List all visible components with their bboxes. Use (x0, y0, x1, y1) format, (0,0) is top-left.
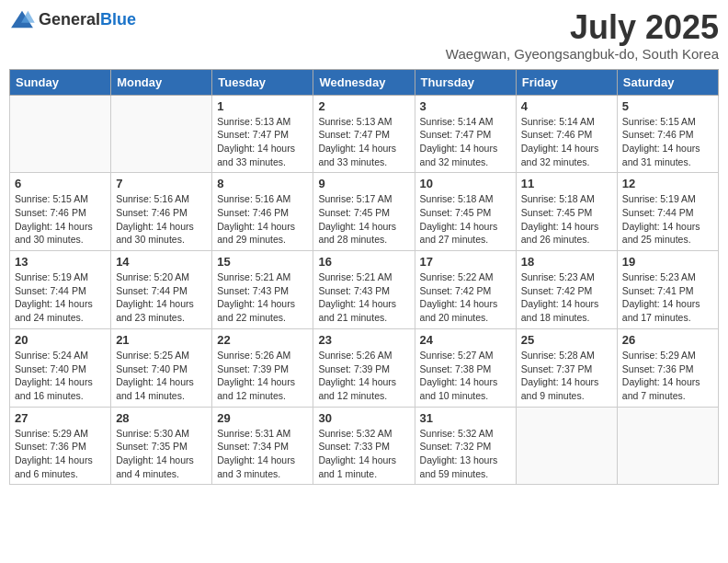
calendar-cell: 27Sunrise: 5:29 AMSunset: 7:36 PMDayligh… (10, 407, 111, 485)
day-number: 8 (217, 177, 308, 190)
calendar-cell: 14Sunrise: 5:20 AMSunset: 7:44 PMDayligh… (111, 251, 212, 329)
day-number: 12 (622, 177, 713, 190)
day-number: 19 (622, 255, 713, 269)
cell-details: Sunrise: 5:30 AMSunset: 7:35 PMDaylight:… (116, 427, 207, 481)
calendar-cell: 26Sunrise: 5:29 AMSunset: 7:36 PMDayligh… (617, 328, 718, 407)
day-number: 10 (420, 177, 511, 190)
cell-details: Sunrise: 5:23 AMSunset: 7:42 PMDaylight:… (521, 270, 612, 325)
page-header: GeneralBlue July 2025 Waegwan, Gyeongsan… (9, 9, 719, 62)
column-header-thursday: Thursday (415, 69, 516, 95)
day-number: 2 (318, 99, 409, 113)
cell-details: Sunrise: 5:18 AMSunset: 7:45 PMDaylight:… (420, 192, 511, 247)
calendar-cell: 2Sunrise: 5:13 AMSunset: 7:47 PMDaylight… (313, 95, 415, 173)
day-number: 26 (622, 333, 713, 347)
calendar-cell: 6Sunrise: 5:15 AMSunset: 7:46 PMDaylight… (10, 173, 111, 251)
calendar-cell: 13Sunrise: 5:19 AMSunset: 7:44 PMDayligh… (10, 251, 111, 329)
cell-details: Sunrise: 5:14 AMSunset: 7:47 PMDaylight:… (420, 115, 511, 169)
day-number: 11 (521, 177, 612, 190)
calendar-cell: 22Sunrise: 5:26 AMSunset: 7:39 PMDayligh… (212, 328, 313, 407)
cell-details: Sunrise: 5:15 AMSunset: 7:46 PMDaylight:… (622, 115, 713, 169)
cell-details: Sunrise: 5:26 AMSunset: 7:39 PMDaylight:… (318, 349, 409, 403)
calendar-cell (10, 95, 111, 173)
day-number: 6 (15, 177, 106, 190)
calendar-cell (617, 407, 718, 485)
day-number: 1 (217, 99, 308, 113)
cell-details: Sunrise: 5:32 AMSunset: 7:33 PMDaylight:… (318, 427, 409, 481)
day-number: 16 (318, 255, 409, 269)
calendar-week-row: 20Sunrise: 5:24 AMSunset: 7:40 PMDayligh… (10, 328, 719, 407)
title-area: July 2025 Waegwan, Gyeongsangbuk-do, Sou… (446, 9, 719, 62)
column-header-monday: Monday (111, 69, 212, 95)
day-number: 21 (116, 333, 207, 347)
day-number: 20 (15, 333, 106, 347)
calendar-cell: 21Sunrise: 5:25 AMSunset: 7:40 PMDayligh… (111, 328, 212, 407)
calendar-cell: 25Sunrise: 5:28 AMSunset: 7:37 PMDayligh… (516, 328, 617, 407)
day-number: 5 (622, 99, 713, 113)
calendar-cell: 18Sunrise: 5:23 AMSunset: 7:42 PMDayligh… (516, 251, 617, 329)
day-number: 30 (318, 411, 409, 425)
day-number: 25 (521, 333, 612, 347)
calendar-week-row: 1Sunrise: 5:13 AMSunset: 7:47 PMDaylight… (10, 95, 719, 173)
day-number: 4 (521, 99, 612, 113)
location-subtitle: Waegwan, Gyeongsangbuk-do, South Korea (446, 46, 719, 62)
cell-details: Sunrise: 5:26 AMSunset: 7:39 PMDaylight:… (217, 349, 308, 403)
logo-blue: Blue (100, 10, 136, 29)
calendar-week-row: 13Sunrise: 5:19 AMSunset: 7:44 PMDayligh… (10, 251, 719, 329)
day-number: 13 (15, 255, 106, 269)
cell-details: Sunrise: 5:25 AMSunset: 7:40 PMDaylight:… (116, 349, 207, 403)
calendar-cell: 4Sunrise: 5:14 AMSunset: 7:46 PMDaylight… (516, 95, 617, 173)
cell-details: Sunrise: 5:19 AMSunset: 7:44 PMDaylight:… (15, 270, 106, 325)
logo-general: General (39, 10, 100, 29)
calendar-week-row: 27Sunrise: 5:29 AMSunset: 7:36 PMDayligh… (10, 407, 719, 485)
calendar-cell (516, 407, 617, 485)
day-number: 31 (420, 411, 511, 425)
calendar-cell: 10Sunrise: 5:18 AMSunset: 7:45 PMDayligh… (415, 173, 516, 251)
calendar-cell: 30Sunrise: 5:32 AMSunset: 7:33 PMDayligh… (313, 407, 415, 485)
cell-details: Sunrise: 5:19 AMSunset: 7:44 PMDaylight:… (622, 192, 713, 247)
day-number: 28 (116, 411, 207, 425)
calendar-cell: 7Sunrise: 5:16 AMSunset: 7:46 PMDaylight… (111, 173, 212, 251)
calendar-cell (111, 95, 212, 173)
cell-details: Sunrise: 5:32 AMSunset: 7:32 PMDaylight:… (420, 427, 511, 481)
cell-details: Sunrise: 5:13 AMSunset: 7:47 PMDaylight:… (318, 115, 409, 169)
column-header-tuesday: Tuesday (212, 69, 313, 95)
day-number: 22 (217, 333, 308, 347)
calendar-cell: 17Sunrise: 5:22 AMSunset: 7:42 PMDayligh… (415, 251, 516, 329)
cell-details: Sunrise: 5:28 AMSunset: 7:37 PMDaylight:… (521, 349, 612, 403)
cell-details: Sunrise: 5:29 AMSunset: 7:36 PMDaylight:… (622, 349, 713, 403)
cell-details: Sunrise: 5:20 AMSunset: 7:44 PMDaylight:… (116, 270, 207, 325)
day-number: 15 (217, 255, 308, 269)
cell-details: Sunrise: 5:23 AMSunset: 7:41 PMDaylight:… (622, 270, 713, 325)
day-number: 9 (318, 177, 409, 190)
calendar-cell: 3Sunrise: 5:14 AMSunset: 7:47 PMDaylight… (415, 95, 516, 173)
cell-details: Sunrise: 5:16 AMSunset: 7:46 PMDaylight:… (116, 192, 207, 247)
calendar-cell: 24Sunrise: 5:27 AMSunset: 7:38 PMDayligh… (415, 328, 516, 407)
calendar-cell: 8Sunrise: 5:16 AMSunset: 7:46 PMDaylight… (212, 173, 313, 251)
calendar-cell: 19Sunrise: 5:23 AMSunset: 7:41 PMDayligh… (617, 251, 718, 329)
calendar-cell: 15Sunrise: 5:21 AMSunset: 7:43 PMDayligh… (212, 251, 313, 329)
calendar-cell: 23Sunrise: 5:26 AMSunset: 7:39 PMDayligh… (313, 328, 415, 407)
day-number: 3 (420, 99, 511, 113)
column-header-wednesday: Wednesday (313, 69, 415, 95)
day-number: 18 (521, 255, 612, 269)
day-number: 29 (217, 411, 308, 425)
calendar-cell: 20Sunrise: 5:24 AMSunset: 7:40 PMDayligh… (10, 328, 111, 407)
calendar-week-row: 6Sunrise: 5:15 AMSunset: 7:46 PMDaylight… (10, 173, 719, 251)
calendar-cell: 28Sunrise: 5:30 AMSunset: 7:35 PMDayligh… (111, 407, 212, 485)
calendar-cell: 11Sunrise: 5:18 AMSunset: 7:45 PMDayligh… (516, 173, 617, 251)
cell-details: Sunrise: 5:27 AMSunset: 7:38 PMDaylight:… (420, 349, 511, 403)
cell-details: Sunrise: 5:24 AMSunset: 7:40 PMDaylight:… (15, 349, 106, 403)
calendar-cell: 1Sunrise: 5:13 AMSunset: 7:47 PMDaylight… (212, 95, 313, 173)
column-header-saturday: Saturday (617, 69, 718, 95)
logo-icon (9, 9, 35, 29)
cell-details: Sunrise: 5:17 AMSunset: 7:45 PMDaylight:… (318, 192, 409, 247)
cell-details: Sunrise: 5:13 AMSunset: 7:47 PMDaylight:… (217, 115, 308, 169)
calendar-cell: 5Sunrise: 5:15 AMSunset: 7:46 PMDaylight… (617, 95, 718, 173)
calendar-cell: 9Sunrise: 5:17 AMSunset: 7:45 PMDaylight… (313, 173, 415, 251)
cell-details: Sunrise: 5:21 AMSunset: 7:43 PMDaylight:… (318, 270, 409, 325)
day-number: 24 (420, 333, 511, 347)
calendar-cell: 16Sunrise: 5:21 AMSunset: 7:43 PMDayligh… (313, 251, 415, 329)
logo: GeneralBlue (9, 9, 136, 29)
cell-details: Sunrise: 5:15 AMSunset: 7:46 PMDaylight:… (15, 192, 106, 247)
day-number: 14 (116, 255, 207, 269)
